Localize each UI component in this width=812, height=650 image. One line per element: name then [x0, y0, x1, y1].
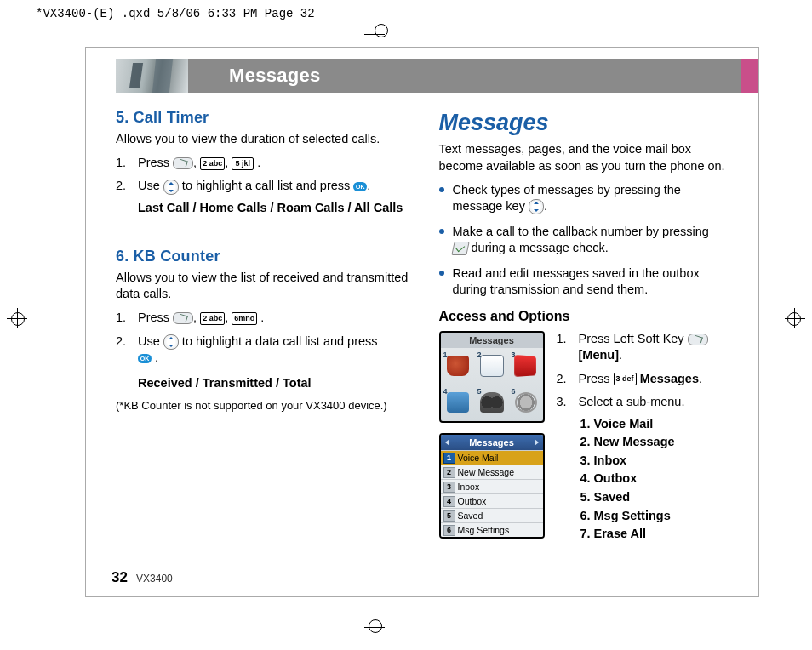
submenu-item: New Message	[594, 434, 734, 451]
nav-key-icon	[529, 199, 544, 214]
submenu-item: Saved	[594, 489, 734, 506]
page-number: 32	[112, 569, 128, 585]
access-step-1: 1. Press Left Soft Key [Menu].	[557, 331, 734, 364]
list-item: 6Msg Settings	[441, 522, 543, 537]
new-message-icon	[480, 355, 504, 377]
call-timer-options: Last Call / Home Calls / Roam Calls / Al…	[138, 200, 410, 217]
header-decorative-photo	[116, 59, 188, 93]
submenu-item: Msg Settings	[594, 508, 734, 525]
kb-counter-options: Received / Transmitted / Total	[138, 375, 410, 392]
voice-mail-icon	[447, 356, 469, 376]
access-step-2: 2. Press 3 def Messages.	[557, 371, 734, 388]
messages-bullet-1: Check types of messages by pressing the …	[439, 182, 734, 215]
list-item: 2New Message	[441, 465, 543, 479]
list-item: 4Outbox	[441, 493, 543, 508]
left-soft-key-icon	[173, 157, 193, 169]
header-title: Messages	[188, 59, 741, 93]
list-item: 3Inbox	[441, 479, 543, 493]
content-area: 5. Call Timer Allows you to view the dur…	[116, 107, 733, 566]
bullet-icon	[439, 271, 444, 276]
list-item: 5Saved	[441, 508, 543, 522]
kb-counter-intro: Allows you to view the list of received …	[116, 270, 410, 303]
header-tab-accent	[741, 59, 758, 93]
call-timer-intro: Allows you to view the duration of selec…	[116, 131, 410, 148]
key-2-icon: 2 abc	[200, 312, 225, 325]
right-column: Messages Text messages, pages, and the v…	[439, 107, 734, 566]
section-heading-kb-counter: 6. KB Counter	[116, 246, 410, 266]
access-options-block: Messages 1 2 3 4 5 6 Messages 1Voice Mai…	[439, 331, 734, 551]
kb-counter-note: (*KB Counter is not supported on your VX…	[116, 398, 410, 413]
nav-key-icon	[163, 180, 179, 195]
inbox-icon	[514, 355, 536, 377]
messages-intro: Text messages, pages, and the voice mail…	[439, 141, 734, 174]
page-frame: Messages 5. Call Timer Allows you to vie…	[85, 47, 759, 597]
call-timer-step-1: 1. Press , 2 abc, 5 jkl .	[116, 155, 410, 172]
page-header: Messages	[116, 59, 758, 93]
list-item: 1Voice Mail	[441, 450, 543, 465]
key-2-icon: 2 abc	[200, 157, 225, 170]
phone-screen-list: Messages 1Voice Mail 2New Message 3Inbox…	[439, 433, 545, 539]
messages-bullet-2: Make a call to the callback number by pr…	[439, 224, 734, 257]
phone-screen-list-title: Messages	[441, 435, 543, 451]
crop-mark	[375, 24, 388, 37]
settings-icon	[515, 392, 537, 413]
call-timer-step-2: 2. Use to highlight a call list and pres…	[116, 178, 410, 216]
nav-key-icon	[163, 334, 179, 350]
crop-mark	[11, 312, 25, 326]
key-5-icon: 5 jkl	[232, 157, 254, 170]
phone-screen-icons-title: Messages	[441, 333, 543, 348]
footer-model: VX3400	[136, 573, 173, 584]
crop-mark	[787, 312, 801, 326]
access-options-heading: Access and Options	[439, 307, 734, 326]
saved-icon	[480, 392, 504, 413]
qxd-source-header: *VX3400-(E) .qxd 5/8/06 6:33 PM Page 32	[36, 7, 315, 20]
page-footer: 32 VX3400	[112, 569, 173, 586]
key-6-icon: 6mno	[232, 312, 257, 325]
left-soft-key-icon	[688, 334, 708, 345]
access-steps: 1. Press Left Soft Key [Menu]. 2. Press …	[557, 331, 734, 551]
submenu-item: Erase All	[594, 526, 734, 543]
phone-screens: Messages 1 2 3 4 5 6 Messages 1Voice Mai…	[439, 331, 545, 551]
submenu-list: Voice Mail New Message Inbox Outbox Save…	[579, 416, 734, 543]
bullet-icon	[439, 229, 444, 234]
messages-bullet-3: Read and edit messages saved in the outb…	[439, 265, 734, 299]
left-soft-key-icon	[173, 312, 193, 324]
left-column: 5. Call Timer Allows you to view the dur…	[116, 107, 410, 566]
ok-key-icon: OK	[138, 354, 152, 363]
section-heading-call-timer: 5. Call Timer	[116, 107, 410, 128]
kb-counter-step-2: 2. Use to highlight a data call list and…	[116, 334, 410, 392]
submenu-item: Voice Mail	[594, 416, 734, 433]
submenu-item: Outbox	[594, 470, 734, 488]
kb-counter-step-1: 1. Press , 2 abc, 6mno .	[116, 310, 410, 327]
send-key-icon	[451, 242, 469, 255]
messages-title: Messages	[439, 107, 734, 138]
ok-key-icon: OK	[353, 182, 367, 191]
bullet-icon	[439, 187, 444, 192]
submenu-item: Inbox	[594, 453, 734, 470]
phone-screen-icons: Messages 1 2 3 4 5 6	[439, 331, 545, 423]
key-3-icon: 3 def	[614, 373, 637, 385]
access-step-3: 3. Select a sub-menu. Voice Mail New Mes…	[557, 394, 734, 545]
crop-mark	[369, 619, 382, 633]
outbox-icon	[447, 392, 469, 413]
